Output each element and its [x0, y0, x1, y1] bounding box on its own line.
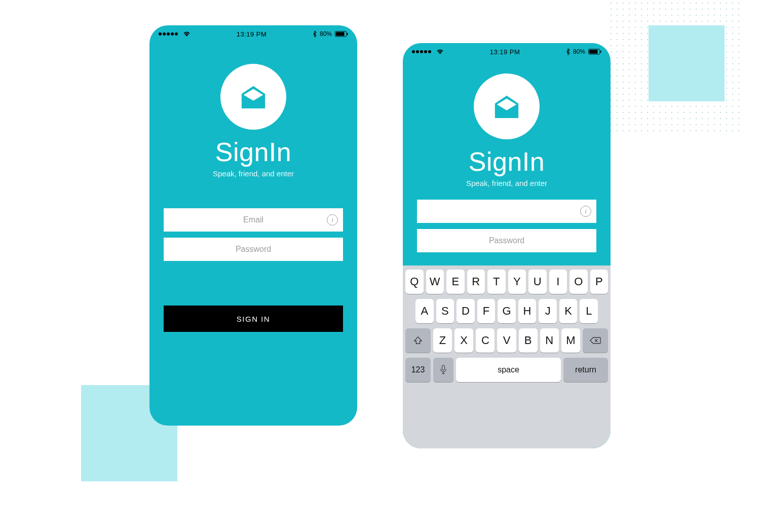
- status-bar: 13:19 PM 80%: [149, 25, 357, 43]
- app-subtitle: Speak, friend, and enter: [213, 169, 294, 178]
- keyboard: Q W E R T Y U I O P A S D F G H J K L: [403, 265, 611, 448]
- status-time: 13:19 PM: [237, 30, 267, 38]
- svg-rect-4: [589, 50, 598, 53]
- status-time: 13:19 PM: [490, 48, 520, 56]
- key-j[interactable]: J: [539, 299, 557, 323]
- status-left: [159, 31, 191, 37]
- status-left: [412, 49, 444, 55]
- svg-rect-2: [347, 33, 348, 35]
- key-return[interactable]: return: [563, 358, 608, 382]
- key-f[interactable]: F: [477, 299, 496, 323]
- phone-signin-keyboard: 13:19 PM 80% Sig: [403, 43, 611, 448]
- app-logo: [220, 64, 286, 130]
- key-y[interactable]: Y: [508, 270, 526, 294]
- key-m[interactable]: M: [561, 328, 580, 353]
- battery-percent: 80%: [320, 30, 332, 37]
- battery-icon: [588, 49, 601, 55]
- email-placeholder: Email: [243, 215, 263, 224]
- keyboard-row-bottom: 123 space return: [405, 358, 608, 382]
- key-h[interactable]: H: [518, 299, 537, 323]
- bluetooth-icon: [313, 30, 317, 37]
- app-logo: [474, 73, 540, 139]
- signal-strength-icon: [412, 50, 431, 53]
- keyboard-row-1: Q W E R T Y U I O P: [405, 270, 608, 294]
- key-e[interactable]: E: [446, 270, 465, 294]
- key-l[interactable]: L: [580, 299, 598, 323]
- status-right: 80%: [566, 48, 601, 55]
- key-u[interactable]: U: [528, 270, 547, 294]
- svg-rect-5: [600, 51, 601, 53]
- bluetooth-icon: [566, 48, 570, 55]
- key-p[interactable]: P: [590, 270, 609, 294]
- key-w[interactable]: W: [426, 270, 444, 294]
- wifi-icon: [183, 31, 191, 37]
- phone-signin-idle: 13:19 PM 80% Sig: [149, 25, 357, 426]
- password-field[interactable]: Password: [164, 238, 343, 261]
- wifi-icon: [436, 49, 444, 55]
- key-numbers[interactable]: 123: [405, 358, 431, 382]
- key-n[interactable]: N: [540, 328, 559, 353]
- app-subtitle: Speak, friend, and enter: [466, 179, 547, 187]
- battery-percent: 80%: [573, 48, 585, 55]
- email-field[interactable]: Email i: [164, 208, 343, 232]
- key-s[interactable]: S: [436, 299, 454, 323]
- password-field[interactable]: Password: [417, 229, 596, 252]
- signin-form: i Password: [403, 200, 611, 258]
- battery-icon: [335, 31, 348, 37]
- key-r[interactable]: R: [467, 270, 485, 294]
- key-mic[interactable]: [433, 358, 453, 382]
- info-icon[interactable]: i: [580, 206, 591, 217]
- key-o[interactable]: O: [569, 270, 588, 294]
- key-q[interactable]: Q: [405, 270, 424, 294]
- info-icon[interactable]: i: [327, 214, 338, 225]
- password-placeholder: Password: [489, 236, 524, 245]
- keyboard-row-3: Z X C V B N M: [405, 328, 608, 353]
- key-z[interactable]: Z: [433, 328, 452, 353]
- signal-strength-icon: [159, 32, 178, 35]
- key-v[interactable]: V: [497, 328, 516, 353]
- signin-button[interactable]: SIGN IN: [164, 306, 343, 332]
- open-envelope-icon: [492, 94, 521, 119]
- key-t[interactable]: T: [487, 270, 506, 294]
- key-backspace[interactable]: [583, 328, 608, 353]
- app-title: SignIn: [215, 137, 291, 167]
- key-c[interactable]: C: [476, 328, 495, 353]
- key-a[interactable]: A: [415, 299, 434, 323]
- key-k[interactable]: K: [559, 299, 578, 323]
- app-title: SignIn: [469, 146, 545, 177]
- key-i[interactable]: I: [549, 270, 567, 294]
- status-right: 80%: [313, 30, 348, 37]
- svg-rect-6: [442, 365, 445, 370]
- key-space[interactable]: space: [456, 358, 561, 382]
- key-b[interactable]: B: [519, 328, 538, 353]
- email-field[interactable]: i: [417, 200, 596, 223]
- status-bar: 13:19 PM 80%: [403, 43, 611, 60]
- key-shift[interactable]: [405, 328, 431, 353]
- password-placeholder: Password: [236, 245, 271, 254]
- shift-icon: [413, 336, 423, 345]
- signin-form: Email i Password: [149, 208, 357, 267]
- key-g[interactable]: G: [498, 299, 516, 323]
- hero: SignIn Speak, friend, and enter: [403, 60, 611, 187]
- hero: SignIn Speak, friend, and enter: [149, 43, 357, 178]
- key-d[interactable]: D: [457, 299, 475, 323]
- keyboard-row-2: A S D F G H J K L: [405, 299, 608, 323]
- backspace-icon: [590, 336, 601, 345]
- open-envelope-icon: [239, 84, 268, 109]
- mic-icon: [440, 365, 447, 375]
- key-x[interactable]: X: [454, 328, 473, 353]
- svg-rect-1: [336, 32, 345, 35]
